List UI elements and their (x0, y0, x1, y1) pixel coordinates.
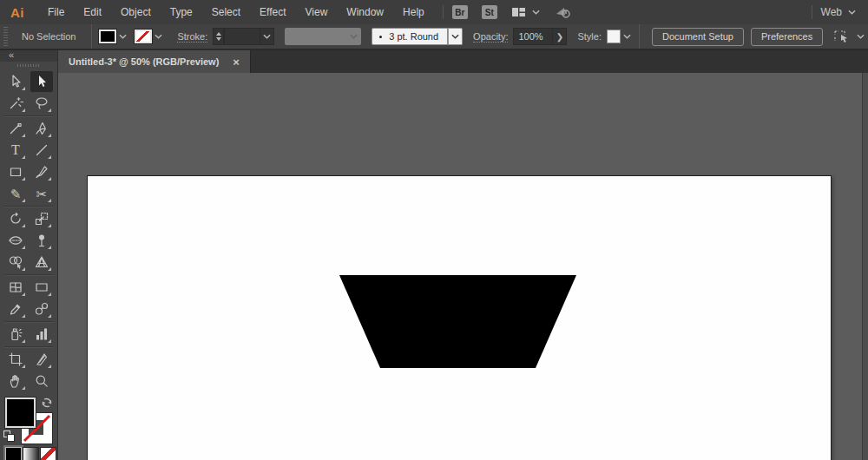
width-tool-icon[interactable] (4, 230, 27, 251)
perspective-grid-tool-icon[interactable] (30, 252, 53, 273)
document-tab-strip: Untitled-3* @ 50% (RGB/Preview) × (0, 50, 868, 73)
artboard-tool-icon[interactable] (4, 349, 27, 370)
menu-edit[interactable]: Edit (74, 6, 111, 18)
chevron-down-icon (848, 10, 856, 15)
select-similar-dropdown[interactable] (854, 28, 867, 45)
fill-color-dropdown[interactable] (116, 28, 129, 45)
curvature-tool-icon[interactable] (4, 118, 27, 139)
stroke-color-dropdown[interactable] (152, 28, 165, 45)
blend-tool-icon[interactable] (30, 299, 53, 319)
direct-selection-tool-icon[interactable] (30, 71, 53, 92)
brush-definition-combo[interactable]: 3 pt. Round (372, 28, 463, 45)
divider (443, 5, 444, 19)
panel-drag-grip[interactable] (0, 62, 57, 69)
tools-panel: « (0, 50, 58, 460)
hand-tool-icon[interactable] (4, 371, 27, 391)
type-tool-icon[interactable]: T (4, 140, 27, 161)
scale-tool-icon[interactable] (30, 208, 53, 229)
stock-button[interactable]: St (482, 5, 497, 19)
divider (4, 321, 53, 323)
swap-fill-stroke-icon[interactable] (41, 397, 53, 409)
selection-tool-icon[interactable] (4, 71, 27, 92)
fill-color-icon[interactable] (99, 30, 116, 43)
menu-view[interactable]: View (296, 6, 338, 18)
fill-swatch[interactable] (5, 398, 36, 428)
menu-object[interactable]: Object (111, 6, 161, 18)
panel-grip[interactable] (3, 27, 8, 46)
rectangle-tool-icon[interactable] (4, 161, 27, 182)
none-button[interactable] (40, 447, 56, 460)
spinner-down-icon[interactable] (216, 37, 221, 41)
style-swatch[interactable] (607, 30, 621, 43)
chevron-down-icon (263, 34, 271, 39)
divider (812, 5, 812, 19)
opacity-slider-button[interactable]: ❯ (553, 28, 567, 45)
slice-tool-icon[interactable] (30, 349, 53, 370)
paint-mode-buttons (0, 445, 57, 460)
trapezoid-shape[interactable] (339, 275, 576, 368)
menu-window[interactable]: Window (337, 6, 393, 18)
document-tab[interactable]: Untitled-3* @ 50% (RGB/Preview) × (58, 50, 251, 73)
chevron-down-icon[interactable] (529, 3, 542, 21)
eyedropper-tool-icon[interactable] (4, 299, 27, 319)
menu-select[interactable]: Select (202, 6, 250, 18)
divider (639, 24, 640, 49)
illustrator-window: Ai File Edit Object Type Select Effect V… (0, 0, 868, 460)
variable-width-profile-dropdown (285, 28, 361, 45)
brush-definition-dropdown[interactable] (448, 28, 463, 45)
panel-collapse-button[interactable]: « (0, 50, 57, 62)
default-fill-stroke-icon[interactable] (3, 430, 16, 443)
chevron-down-icon (119, 34, 127, 39)
stroke-weight-spinner[interactable] (213, 28, 224, 45)
fill-stroke-indicator (0, 395, 57, 445)
preferences-button[interactable]: Preferences (751, 28, 823, 46)
menu-help[interactable]: Help (393, 6, 434, 18)
document-setup-button[interactable]: Document Setup (652, 28, 744, 46)
share-screen-icon[interactable] (555, 5, 572, 19)
divider (4, 346, 53, 348)
artwork-layer (58, 73, 868, 460)
scissors-tool-icon[interactable]: ✂ (30, 183, 53, 204)
stroke-color-icon[interactable] (135, 30, 152, 43)
chevron-down-icon (155, 34, 162, 39)
mesh-tool-icon[interactable] (4, 277, 27, 298)
line-segment-tool-icon[interactable] (30, 140, 53, 161)
control-bar: No Selection Stroke: (0, 24, 868, 50)
chevron-down-icon (350, 34, 358, 39)
canvas-pasteboard[interactable] (58, 73, 868, 460)
opacity-field[interactable]: 100% (513, 28, 553, 45)
document-tab-title: Untitled-3* @ 50% (RGB/Preview) (69, 56, 219, 67)
opacity-label[interactable]: Opacity: (473, 31, 508, 43)
magic-wand-tool-icon[interactable] (4, 93, 27, 114)
chevron-down-icon (623, 34, 631, 39)
menu-type[interactable]: Type (161, 6, 202, 18)
selection-status: No Selection (22, 31, 76, 42)
bridge-button[interactable]: Br (452, 5, 468, 19)
paintbrush-tool-icon[interactable] (30, 161, 53, 182)
shape-builder-tool-icon[interactable] (4, 252, 27, 273)
stroke-weight-field[interactable] (224, 28, 260, 45)
tool-grid: T ✎ ✂ (0, 69, 57, 392)
rotate-tool-icon[interactable] (4, 208, 27, 229)
gradient-tool-icon[interactable] (30, 277, 53, 298)
stroke-weight-dropdown[interactable] (260, 28, 274, 45)
zoom-tool-icon[interactable] (30, 371, 53, 391)
select-similar-icon[interactable] (833, 30, 851, 43)
workspace-label: Web (821, 6, 842, 18)
puppet-warp-tool-icon[interactable] (30, 230, 53, 251)
pencil-tool-icon[interactable]: ✎ (4, 183, 27, 204)
menu-file[interactable]: File (38, 6, 74, 18)
style-dropdown[interactable] (621, 28, 634, 45)
arrange-documents-icon[interactable] (511, 6, 526, 18)
gradient-button[interactable] (23, 447, 39, 460)
workspace-switcher[interactable]: Web (821, 6, 856, 18)
pen-tool-icon[interactable] (30, 118, 53, 139)
menu-effect[interactable]: Effect (250, 6, 295, 18)
spinner-up-icon[interactable] (216, 32, 221, 36)
column-graph-tool-icon[interactable] (30, 324, 53, 345)
close-icon[interactable]: × (233, 56, 240, 68)
color-button[interactable] (5, 447, 22, 460)
stroke-weight-label[interactable]: Stroke: (177, 31, 207, 43)
lasso-tool-icon[interactable] (30, 93, 53, 114)
symbol-sprayer-tool-icon[interactable] (4, 324, 27, 345)
